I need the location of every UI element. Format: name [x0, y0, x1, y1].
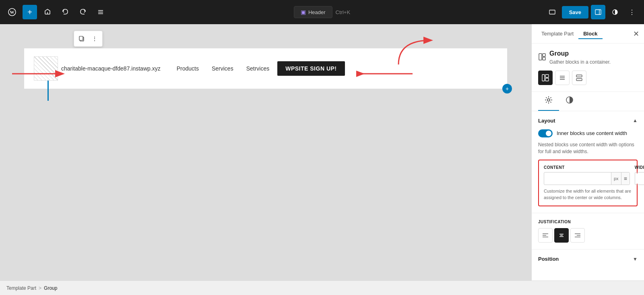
toolbar-right: Save ⋮ [545, 5, 639, 19]
content-width-toggle[interactable] [538, 129, 553, 137]
main-area: ⋮ charitable-macaque-dfde87.instawp.xyz … [0, 24, 644, 280]
right-panel: Template Part Block ✕ Group Gather block… [531, 24, 644, 280]
main-toolbar: W + ▣ Header Ctrl+K Save ⋮ [0, 0, 644, 24]
svg-rect-18 [545, 75, 549, 77]
panel-view-tabs [532, 92, 644, 111]
toggle-row: Inner blocks use content width [538, 129, 638, 137]
position-section: Position ▼ [532, 249, 644, 268]
panel-tabs: Template Part Block ✕ [532, 24, 644, 44]
breadcrumb-current: Group [44, 285, 57, 291]
add-block-button[interactable]: + [502, 84, 512, 93]
just-label: JUSTIFICATION [538, 220, 638, 224]
svg-rect-16 [543, 57, 545, 60]
group-block-icon [538, 53, 546, 63]
panel-close-button[interactable]: ✕ [633, 30, 639, 37]
content-label: CONTENT [544, 165, 630, 170]
svg-point-25 [547, 99, 550, 101]
breadcrumb-bar: Template Part > Group [0, 280, 644, 295]
nav-setrvices[interactable]: Setrvices [246, 65, 270, 72]
block-toolbar: ⋮ [74, 31, 103, 47]
width-row: CONTENT px ≡ WIDE px ≡ [544, 165, 632, 185]
svg-rect-15 [543, 54, 545, 56]
content-input-row: px ≡ [544, 172, 630, 185]
svg-text:W: W [10, 10, 14, 15]
keyboard-shortcut: Ctrl+K [336, 9, 350, 15]
group-layout-stack-button[interactable] [572, 71, 586, 85]
width-box: CONTENT px ≡ WIDE px ≡ [538, 160, 638, 206]
wide-width-input[interactable] [635, 173, 644, 184]
settings-tab[interactable] [538, 92, 559, 111]
layout-title: Layout [538, 118, 555, 124]
group-layout-group-button[interactable] [538, 71, 553, 85]
save-button[interactable]: Save [562, 6, 588, 19]
tab-block[interactable]: Block [578, 29, 602, 39]
nav-links: Products Services Setrvices [177, 65, 270, 72]
svg-rect-17 [542, 75, 545, 81]
nav-products[interactable]: Products [177, 65, 199, 72]
group-header: Group Gather blocks in a container. [532, 44, 644, 92]
content-width-col: CONTENT px ≡ [544, 165, 630, 185]
content-width-input[interactable] [544, 173, 611, 184]
list-view-button[interactable] [93, 5, 108, 19]
block-options-button[interactable]: ⋮ [89, 33, 101, 45]
wide-input-row: px ≡ [635, 172, 644, 185]
canvas: ⋮ charitable-macaque-dfde87.instawp.xyz … [0, 24, 531, 280]
svg-rect-7 [595, 10, 601, 15]
layout-chevron[interactable]: ▲ [633, 118, 638, 123]
redo-button[interactable] [76, 5, 90, 19]
just-left-button[interactable] [538, 228, 553, 243]
svg-rect-14 [539, 54, 542, 60]
add-block-toolbar-button[interactable]: + [23, 5, 37, 19]
tab-template-part[interactable]: Template Part [537, 29, 578, 39]
position-title: Position [538, 256, 559, 262]
wordpress-logo[interactable]: W [5, 5, 19, 19]
svg-rect-19 [545, 78, 549, 81]
group-icons [538, 71, 638, 85]
site-title: charitable-macaque-dfde87.instawp.xyz [61, 65, 161, 72]
group-layout-row-button[interactable] [555, 71, 570, 85]
more-options-button[interactable]: ⋮ [625, 5, 639, 19]
position-header: Position ▼ [538, 256, 638, 262]
header-label: Header [308, 9, 326, 15]
justification-section: JUSTIFICATION [532, 213, 644, 249]
signup-button[interactable]: WPSITE SIGN UP! [277, 61, 345, 76]
header-button[interactable]: ▣ Header [294, 6, 332, 18]
width-desc: Customize the width for all elements tha… [544, 188, 632, 201]
layout-desc: Nested blocks use content width with opt… [538, 141, 638, 155]
header-icon: ▣ [301, 9, 306, 15]
style-toggle-button[interactable] [608, 5, 622, 19]
svg-rect-11 [79, 36, 83, 40]
layout-header: Layout ▲ [538, 118, 638, 124]
just-row [538, 228, 638, 243]
svg-rect-6 [549, 10, 555, 14]
sidebar-toggle-button[interactable] [591, 5, 605, 19]
just-right-button[interactable] [570, 228, 585, 243]
copy-block-button[interactable] [76, 33, 88, 45]
style-tab[interactable] [559, 92, 580, 111]
header-block: charitable-macaque-dfde87.instawp.xyz Pr… [24, 48, 507, 89]
undo-button[interactable] [58, 5, 72, 19]
nav-services[interactable]: Services [212, 65, 233, 72]
content-width-icon[interactable]: ≡ [621, 172, 630, 185]
logo-placeholder [34, 56, 58, 81]
just-center-button[interactable] [554, 228, 569, 243]
layout-section: Layout ▲ Inner blocks use content width … [532, 111, 644, 213]
svg-rect-23 [576, 75, 582, 77]
tools-button[interactable] [40, 5, 55, 19]
position-chevron[interactable]: ▼ [633, 256, 638, 262]
wide-label: WIDE [635, 165, 644, 170]
wide-width-col: WIDE px ≡ [635, 165, 644, 185]
breadcrumb-template-part[interactable]: Template Part [6, 285, 36, 291]
breadcrumb-sep: > [39, 285, 41, 291]
view-device-button[interactable] [545, 5, 559, 19]
group-title: Group [549, 50, 611, 57]
group-desc: Gather blocks in a container. [549, 59, 611, 66]
svg-rect-24 [576, 79, 582, 81]
content-unit[interactable]: px [611, 172, 621, 185]
toolbar-center: ▣ Header Ctrl+K [294, 6, 350, 18]
toggle-label: Inner blocks use content width [557, 130, 627, 136]
